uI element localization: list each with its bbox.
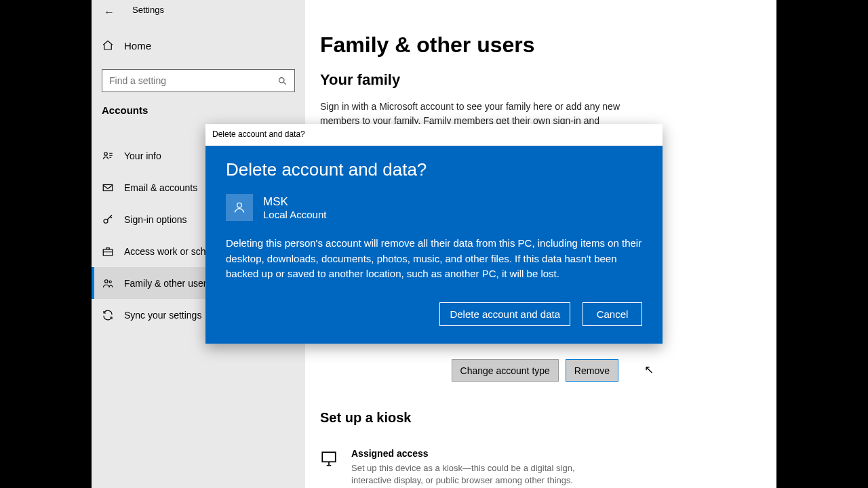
kiosk-title: Assigned access bbox=[351, 448, 429, 459]
dialog-titlebar: Delete account and data? bbox=[205, 124, 663, 146]
cancel-button[interactable]: Cancel bbox=[583, 302, 642, 326]
svg-rect-2 bbox=[103, 184, 113, 190]
sidebar-item-label: Your info bbox=[124, 150, 161, 161]
svg-rect-4 bbox=[103, 249, 113, 256]
search-icon bbox=[277, 76, 288, 86]
search-input-wrap[interactable] bbox=[102, 69, 295, 92]
svg-point-0 bbox=[279, 77, 285, 83]
account-name: MSK bbox=[263, 195, 326, 209]
sidebar-item-label: Sign-in options bbox=[124, 214, 187, 225]
person-card-icon bbox=[102, 150, 114, 162]
monitor-icon bbox=[320, 450, 338, 468]
change-account-type-button[interactable]: Change account type bbox=[452, 359, 559, 382]
briefcase-icon bbox=[102, 245, 114, 258]
dialog-body-text: Deleting this person's account will remo… bbox=[226, 236, 642, 282]
svg-point-6 bbox=[109, 281, 111, 283]
person-icon bbox=[233, 201, 246, 214]
window-title: Settings bbox=[132, 5, 164, 15]
sidebar-item-label: Family & other users bbox=[124, 278, 211, 289]
kiosk-heading: Set up a kiosk bbox=[320, 410, 412, 426]
account-type: Local Account bbox=[263, 209, 326, 220]
sidebar-home-label: Home bbox=[124, 40, 151, 52]
svg-point-3 bbox=[104, 219, 108, 223]
kiosk-row[interactable]: Assigned access Set up this device as a … bbox=[320, 447, 609, 487]
svg-point-1 bbox=[104, 152, 108, 155]
kiosk-description: Set up this device as a kiosk—this could… bbox=[351, 462, 609, 487]
account-avatar bbox=[226, 194, 253, 221]
family-heading: Your family bbox=[320, 71, 762, 89]
back-arrow-icon[interactable]: ← bbox=[104, 6, 115, 18]
family-icon bbox=[102, 277, 114, 289]
sidebar-category: Accounts bbox=[102, 104, 148, 116]
remove-user-button[interactable]: Remove bbox=[566, 359, 618, 382]
dialog-heading: Delete account and data? bbox=[226, 159, 642, 180]
page-title: Family & other users bbox=[320, 33, 762, 58]
delete-confirm-button[interactable]: Delete account and data bbox=[439, 302, 570, 326]
search-input[interactable] bbox=[109, 75, 277, 86]
key-icon bbox=[102, 214, 114, 226]
svg-rect-8 bbox=[322, 452, 336, 462]
sync-icon bbox=[102, 309, 114, 321]
sidebar-item-label: Sync your settings bbox=[124, 310, 201, 321]
sidebar-home[interactable]: Home bbox=[102, 39, 151, 52]
mail-icon bbox=[102, 182, 114, 194]
svg-point-5 bbox=[105, 279, 108, 283]
sidebar-item-label: Email & accounts bbox=[124, 182, 197, 193]
home-icon bbox=[102, 39, 114, 52]
svg-point-9 bbox=[237, 203, 242, 207]
sidebar-item-label: Access work or school bbox=[124, 246, 218, 257]
delete-account-dialog: Delete account and data? Delete account … bbox=[205, 124, 663, 344]
